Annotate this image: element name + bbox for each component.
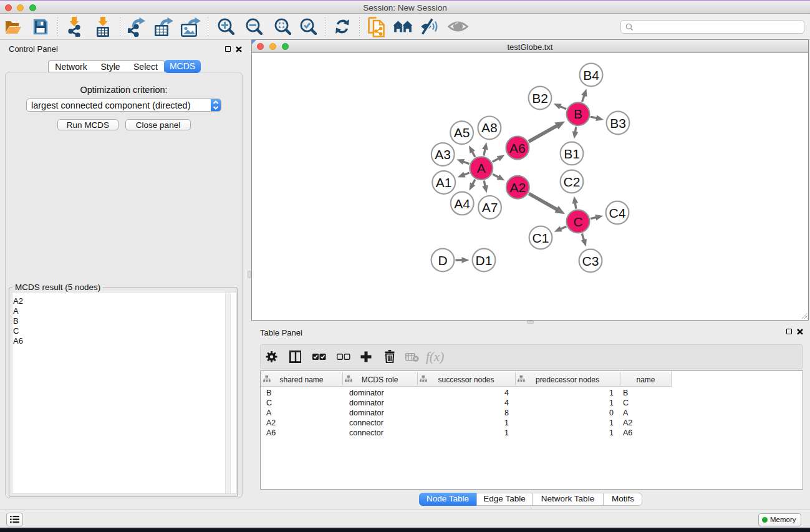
svg-text:C1: C1 bbox=[533, 231, 549, 245]
svg-text:A4: A4 bbox=[454, 196, 470, 211]
svg-text:A8: A8 bbox=[481, 120, 498, 135]
svg-text:B2: B2 bbox=[532, 91, 548, 105]
svg-text:C: C bbox=[573, 215, 582, 229]
svg-text:C2: C2 bbox=[564, 175, 581, 189]
svg-text:B: B bbox=[574, 107, 582, 121]
svg-text:D: D bbox=[438, 253, 447, 268]
svg-text:C4: C4 bbox=[609, 206, 626, 220]
svg-text:A1: A1 bbox=[436, 175, 452, 190]
svg-text:A: A bbox=[477, 161, 486, 175]
svg-text:B1: B1 bbox=[564, 147, 580, 161]
svg-text:D1: D1 bbox=[476, 253, 493, 268]
svg-text:A6: A6 bbox=[509, 141, 526, 155]
svg-text:C3: C3 bbox=[582, 254, 599, 268]
svg-text:A2: A2 bbox=[509, 180, 526, 195]
svg-text:A5: A5 bbox=[454, 125, 470, 140]
svg-text:B4: B4 bbox=[583, 68, 599, 82]
svg-text:A3: A3 bbox=[435, 147, 451, 162]
svg-text:B3: B3 bbox=[610, 116, 626, 130]
svg-text:A7: A7 bbox=[482, 200, 498, 215]
